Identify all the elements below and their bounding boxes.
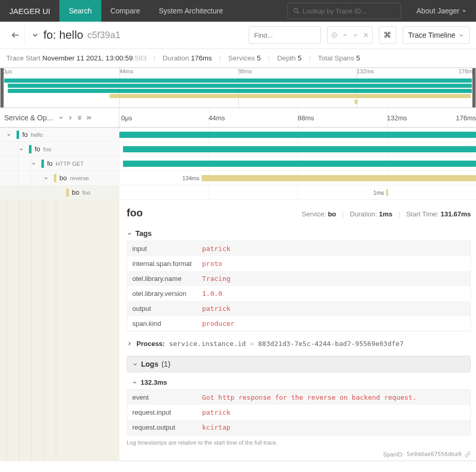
meta-start-value: November 11 2021, 13:00:59 [42,54,133,62]
span-service-name: fo [35,145,40,153]
tag-key: span.kind [132,320,202,327]
trace-lookup-field[interactable] [287,3,401,19]
svg-point-4 [334,35,335,36]
trace-title[interactable]: fo: hello c5f39a1 [31,28,120,42]
find-controls [327,26,373,44]
back-button[interactable] [6,26,25,44]
span-toggle[interactable] [43,176,54,181]
timeline-columns: Service & Op… 0μs 44ms 88ms 132ms 176ms [0,108,476,128]
span-toggle[interactable] [19,147,29,152]
chevron-down-icon [132,361,138,367]
minimap[interactable]: 0μs 44ms 88ms 132ms 176ms [0,68,476,108]
chevron-down-icon [462,8,467,13]
detail-service: bo [328,210,336,218]
span-service-name: bo [72,188,79,196]
span-row[interactable]: boreverse134ms [0,171,476,185]
svg-line-1 [297,12,299,13]
span-op-name: reverse [70,175,89,181]
meta-start-ms: .583 [133,54,146,62]
tag-row[interactable]: otel.library.version1.0.0 [127,286,470,301]
process-toggle[interactable]: Process: service.instance.id = 883d21d3-… [127,337,471,351]
span-row[interactable]: fofoo [0,142,476,156]
tag-key: otel.library.version [132,290,202,297]
timeline-tick: 0μs [121,114,132,122]
span-op-name: HTTP GET [56,161,84,167]
minimap-handle-right[interactable] [472,68,475,107]
span-bar[interactable] [386,190,388,196]
chevron-up-icon[interactable] [342,32,348,38]
tag-row[interactable]: outputpatrick [127,301,470,316]
logs-toggle[interactable]: Logs (1) [127,356,471,372]
log-row[interactable]: request.inputpatrick [127,405,470,420]
nav-compare-tab[interactable]: Compare [101,0,150,22]
double-chevron-down-icon[interactable] [76,115,83,121]
tags-label: Tags [135,229,152,238]
tag-value: patrick [202,245,231,253]
process-value: 883d21d3-7e5c-4244-bad7-95569e03dfe7 [258,340,404,348]
timeline-tick: 132ms [387,114,407,122]
about-menu[interactable]: About Jaeger [407,7,476,15]
span-bar[interactable] [123,146,476,152]
detail-duration-label: Duration: [350,210,377,218]
timeline-tick: 176ms [456,114,476,122]
find-input[interactable] [249,26,321,44]
span-toggle[interactable] [6,132,17,137]
span-bar[interactable] [119,132,476,138]
process-key: service.instance.id [169,340,246,348]
chevron-right-icon [127,341,132,347]
logs-container: 132.3mseventGot http response for the re… [127,375,471,435]
search-icon [293,8,300,14]
keyboard-shortcuts-button[interactable]: ⌘ [379,26,396,44]
tag-key: otel.library.name [132,275,202,282]
span-bar[interactable] [202,175,476,181]
top-nav: JAEGER UI Search Compare System Architec… [0,0,476,22]
span-row[interactable]: foHTTP GET [0,156,476,171]
target-icon[interactable] [331,32,338,39]
close-icon[interactable] [363,32,369,38]
tags-toggle[interactable]: Tags [127,226,471,241]
log-value: patrick [202,408,231,416]
span-row[interactable]: fohello [0,128,476,142]
nav-search-tab[interactable]: Search [59,0,101,22]
double-chevron-right-icon[interactable] [86,115,92,121]
chevron-right-icon[interactable] [67,115,73,121]
minimap-handle-left[interactable] [1,68,4,107]
span-detail-panel: foo Service: bo | Duration: 1ms | Start … [119,200,476,461]
tag-row[interactable]: span.kindproducer [127,316,470,331]
service-color-mark [54,174,56,182]
detail-start: 131.67ms [440,210,471,218]
span-list: fohellofofoofoHTTP GETboreverse134msbofo… [0,128,476,200]
span-id: 5e9ddae67556dba9 [407,451,462,458]
span-row[interactable]: bofoo1ms [0,185,476,200]
chevron-down-icon[interactable] [352,32,359,38]
meta-duration-label: Duration [163,54,189,62]
detail-duration: 1ms [379,210,392,218]
trace-lookup-input[interactable] [303,7,395,15]
log-row[interactable]: request.outputkcirtap [127,420,470,435]
service-color-mark [17,131,19,139]
tag-row[interactable]: internal.span.formatproto [127,256,470,271]
nav-arch-tab[interactable]: System Architecture [149,0,233,22]
brand-label: JAEGER UI [0,7,59,15]
meta-depth-value: 5 [298,54,302,62]
log-entry-toggle[interactable]: 132.3ms [127,375,471,389]
span-bar[interactable] [123,161,476,167]
tag-row[interactable]: inputpatrick [127,241,470,256]
view-mode-select[interactable]: Trace Timeline [403,26,470,44]
chevron-down-icon[interactable] [58,115,64,121]
log-row[interactable]: eventGot http response for the reverse o… [127,390,470,405]
meta-services-label: Services [228,54,255,62]
meta-depth-label: Depth [277,54,296,62]
span-op-name: hello [31,132,43,138]
deep-link-icon[interactable] [465,451,471,458]
span-toggle[interactable] [31,161,41,166]
trace-header: fo: hello c5f39a1 ⌘ Trace Timeline [0,22,476,49]
process-label: Process: [136,340,165,348]
timeline-tick: 88ms [298,114,314,122]
tag-row[interactable]: otel.library.nameTracing [127,271,470,286]
span-id-label: SpanID: [383,451,404,458]
tag-value: 1.0.0 [202,290,222,297]
about-label: About Jaeger [417,7,459,15]
logs-label: Logs [141,360,158,368]
chevron-down-icon [31,31,39,39]
